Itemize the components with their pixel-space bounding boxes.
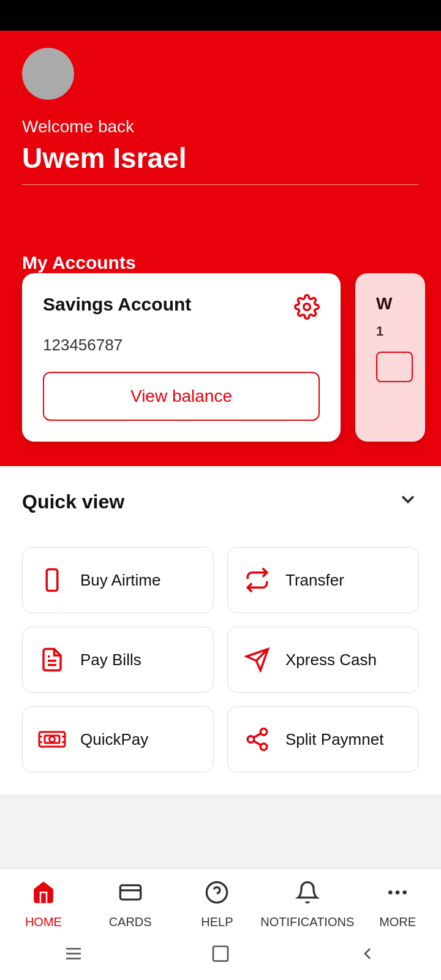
quick-view-header: Quick view [22,466,419,535]
accounts-carousel[interactable]: Savings Account 123456787 View balance W… [0,273,441,466]
avatar [22,48,74,100]
bottom-nav: HOME CARDS HELP [0,869,441,980]
android-back-icon[interactable] [358,944,377,968]
more-label: MORE [379,915,416,929]
cash-icon [37,726,67,752]
quickpay-label: QuickPay [80,730,148,749]
buy-airtime-label: Buy Airtime [80,571,161,590]
split-payment-button[interactable]: Split Paymnet [227,706,419,772]
nav-items: HOME CARDS HELP [0,869,441,935]
accounts-section: My Accounts Savings Account 123456787 Vi… [0,216,441,466]
split-payment-label: Split Paymnet [285,730,383,749]
svg-line-17 [254,741,261,745]
account-type: Savings Account [43,294,191,315]
account-number: 123456787 [43,336,320,355]
more-icon [385,880,410,910]
transfer-button[interactable]: Transfer [227,547,419,613]
partial-card-label: W 1 [376,294,413,382]
svg-point-23 [388,891,393,895]
nav-item-notifications[interactable]: NOTIFICATIONS [260,880,354,929]
svg-point-14 [260,729,267,736]
chevron-down-icon[interactable] [397,488,419,515]
svg-point-25 [402,891,407,895]
android-nav-bar [0,935,441,980]
plane-icon [243,647,272,673]
account-card-header: Savings Account [43,294,320,325]
home-label: HOME [25,915,62,929]
my-accounts-label: My Accounts [22,252,419,273]
notifications-label: NOTIFICATIONS [260,915,354,929]
status-bar [0,0,441,31]
gear-icon[interactable] [294,294,320,325]
buy-airtime-button[interactable]: Buy Airtime [22,547,214,613]
nav-item-help[interactable]: HELP [174,880,261,929]
cards-label: CARDS [109,915,152,929]
nav-item-cards[interactable]: CARDS [87,880,174,929]
welcome-text: Welcome back [22,117,419,137]
quickpay-button[interactable]: QuickPay [22,706,214,772]
quick-view-section: Quick view Buy Airtime [0,466,441,794]
help-label: HELP [201,915,233,929]
nav-item-home[interactable]: HOME [0,880,87,929]
svg-point-9 [50,737,55,742]
svg-rect-19 [120,885,140,899]
svg-rect-7 [39,732,65,747]
view-balance-button[interactable]: View balance [43,372,320,421]
help-icon [205,880,229,910]
account-card-savings: Savings Account 123456787 View balance [22,273,341,442]
svg-rect-29 [213,946,228,961]
svg-point-16 [260,744,267,750]
home-icon [31,880,56,910]
account-card-partial: W 1 [355,273,425,442]
bills-icon [37,647,67,673]
quick-view-title: Quick view [22,491,124,513]
quick-actions-grid: Buy Airtime Transfer [22,547,419,772]
pay-bills-label: Pay Bills [80,650,141,669]
card-icon [118,880,143,910]
phone-icon [37,567,67,593]
bell-icon [295,880,320,910]
android-home-icon[interactable] [211,944,230,968]
split-icon [243,726,272,752]
pay-bills-button[interactable]: Pay Bills [22,627,214,693]
svg-point-15 [247,736,254,743]
android-menu-icon[interactable] [64,944,83,968]
svg-line-18 [254,733,261,737]
transfer-icon [243,567,272,593]
nav-item-more[interactable]: MORE [354,880,441,929]
xpress-cash-label: Xpress Cash [285,650,377,669]
xpress-cash-button[interactable]: Xpress Cash [227,627,419,693]
header: Welcome back Uwem Israel [0,31,441,216]
transfer-label: Transfer [285,571,344,590]
svg-point-0 [304,304,311,311]
svg-point-24 [396,891,400,895]
user-name: Uwem Israel [22,141,419,185]
